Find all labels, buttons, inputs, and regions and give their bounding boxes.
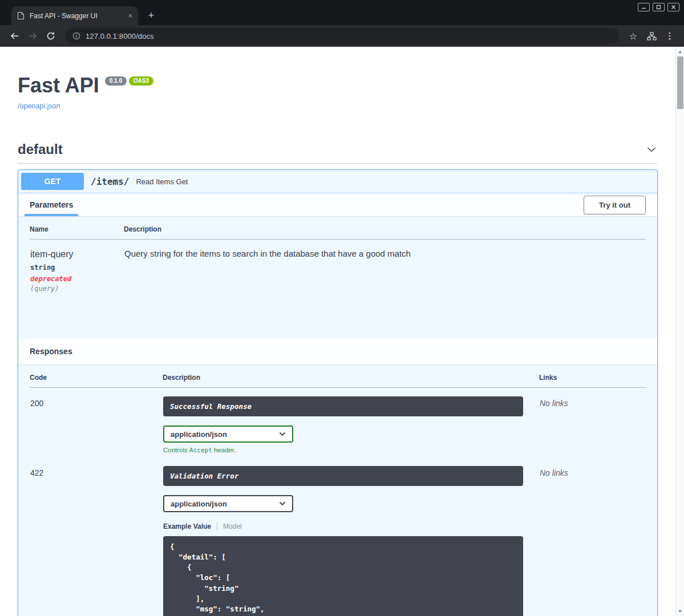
col-header-resp-description: Description [163, 367, 539, 388]
extensions-icon[interactable] [644, 29, 659, 43]
openapi-spec-link[interactable]: /openapi.json [18, 102, 60, 110]
response-description-box: Successful Response [163, 396, 523, 416]
parameters-body: Name Description item-query string depre… [18, 216, 657, 338]
minimize-button[interactable] [638, 3, 650, 11]
accept-header-note: Controls Accept header. [163, 447, 539, 454]
response-row-200: 200 Successful Response application/json… [30, 388, 646, 458]
tab-separator [217, 522, 217, 530]
try-it-out-button[interactable]: Try it out [584, 196, 646, 214]
param-description: Query string for the items to search in … [124, 240, 646, 294]
col-header-description: Description [124, 218, 646, 240]
response-links: No links [539, 457, 646, 616]
response-description-box: Validation Error [163, 466, 523, 486]
response-code: 422 [30, 457, 163, 616]
get-method-badge: GET [21, 173, 84, 190]
api-title: Fast API [18, 75, 99, 96]
param-type: string [30, 264, 123, 271]
scroll-down-icon[interactable]: ▼ [678, 607, 682, 616]
accept-code: Accept [189, 447, 212, 454]
window-controls [638, 3, 679, 11]
media-type-select[interactable]: application/json [163, 425, 293, 443]
url-text[interactable]: 127.0.0.1:8000/docs [86, 32, 154, 40]
parameters-table: Name Description item-query string depre… [30, 218, 646, 293]
page-content: ▲ ▼ Fast API 0.1.0 OAS3 /openapi.json de… [0, 47, 684, 616]
responses-body: Code Description Links 200 Successful Re… [18, 364, 657, 616]
api-badges: 0.1.0 OAS3 [105, 76, 153, 86]
param-name: item-query [30, 240, 123, 260]
url-bar[interactable]: 127.0.0.1:8000/docs [65, 28, 619, 44]
param-location: (query) [30, 285, 123, 293]
chevron-down-icon[interactable] [645, 143, 658, 156]
media-type-value: application/json [171, 430, 227, 439]
scroll-thumb[interactable] [677, 56, 683, 109]
response-row-422: 422 Validation Error application/json [30, 457, 646, 616]
tag-title: default [18, 141, 63, 157]
tab-example-value[interactable]: Example Value [163, 522, 211, 530]
new-tab-button[interactable]: + [144, 8, 159, 23]
col-header-name: Name [30, 218, 124, 240]
chevron-down-icon [279, 432, 286, 436]
example-model-tabs: Example Value Model [163, 522, 539, 530]
chevron-down-icon [279, 501, 286, 506]
maximize-button[interactable] [653, 3, 665, 11]
col-header-code: Code [30, 367, 163, 388]
version-badge: 0.1.0 [105, 76, 127, 86]
parameter-row: item-query string deprecated (query) Que… [30, 240, 646, 294]
tab-title: Fast API - Swagger UI [30, 12, 123, 20]
browser-navbar: 127.0.0.1:8000/docs ☆ ⋮ [0, 25, 684, 47]
opblock-summary[interactable]: GET /items/ Read Items Get [18, 170, 657, 193]
response-links: No links [539, 388, 646, 458]
back-button[interactable] [7, 29, 22, 43]
example-json-box: { "detail": [ { "loc": [ "string" ], "ms… [163, 536, 523, 616]
responses-header: Responses [18, 338, 657, 364]
parameters-header: Parameters Try it out [18, 193, 657, 216]
oas-badge: OAS3 [129, 76, 153, 86]
swagger-ui: Fast API 0.1.0 OAS3 /openapi.json defaul… [0, 47, 675, 616]
media-type-value: application/json [171, 500, 227, 508]
response-code: 200 [30, 388, 163, 458]
media-type-select[interactable]: application/json [163, 495, 293, 512]
tab-model[interactable]: Model [223, 522, 242, 530]
close-button[interactable] [667, 3, 679, 11]
tab-close-icon[interactable]: × [128, 13, 132, 19]
parameters-tab: Parameters [25, 193, 78, 216]
endpoint-path: /items/ [84, 176, 136, 187]
site-info-icon[interactable] [72, 32, 80, 40]
window-titlebar: Fast API - Swagger UI × + [0, 0, 684, 25]
page-icon [17, 11, 25, 20]
forward-button[interactable] [25, 29, 40, 43]
scroll-up-icon[interactable]: ▲ [678, 47, 682, 55]
responses-table: Code Description Links 200 Successful Re… [30, 367, 646, 616]
responses-heading: Responses [30, 347, 72, 356]
endpoint-summary: Read Items Get [136, 177, 188, 186]
menu-icon[interactable]: ⋮ [662, 29, 677, 43]
bookmark-star-icon[interactable]: ☆ [626, 29, 641, 43]
reload-button[interactable] [43, 29, 58, 43]
opblock-get-items: GET /items/ Read Items Get Parameters Tr… [18, 169, 658, 616]
param-deprecated-label: deprecated [30, 275, 123, 283]
api-header: Fast API 0.1.0 OAS3 [18, 47, 658, 96]
col-header-links: Links [539, 367, 646, 388]
scrollbar[interactable]: ▲ ▼ [675, 47, 684, 616]
browser-tab[interactable]: Fast API - Swagger UI × [11, 6, 138, 25]
tag-section-header[interactable]: default [18, 141, 658, 164]
